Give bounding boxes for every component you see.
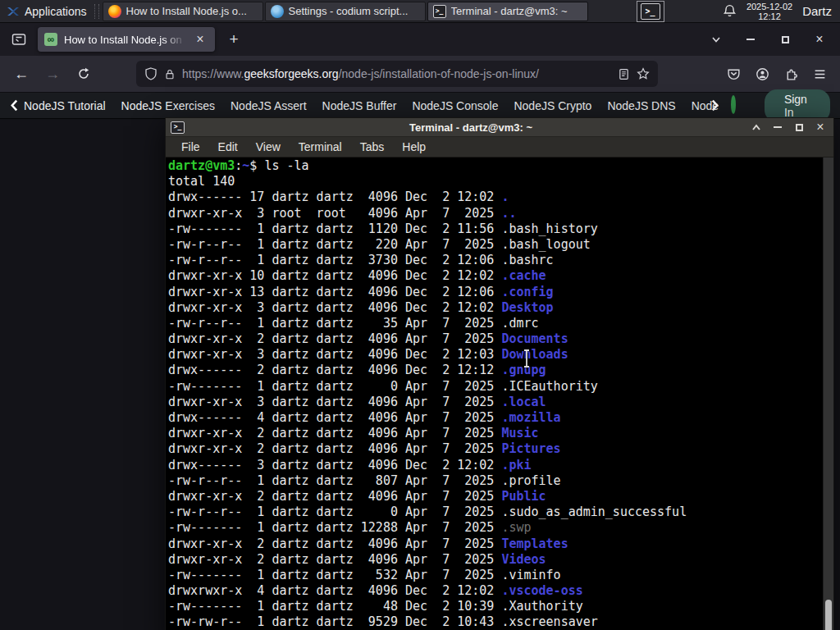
firefox-view-button[interactable]: [7, 28, 31, 51]
terminal-viewport[interactable]: dartz@vm3:~$ ls -latotal 140drwx------ 1…: [166, 158, 833, 630]
forward-button[interactable]: →: [39, 61, 66, 87]
terminal-scrollbar[interactable]: [823, 158, 833, 630]
terminal-window-controls: ×: [750, 121, 829, 134]
prompt-command: $ ls -la: [249, 158, 308, 173]
firefox-icon: [108, 5, 121, 18]
chevron-up-icon: [751, 123, 761, 131]
maximize-icon: [782, 36, 789, 43]
site-nav-item[interactable]: NodeJS Console: [412, 99, 498, 112]
firefox-view-icon: [11, 33, 26, 46]
reader-mode-icon[interactable]: [618, 68, 630, 80]
nav-scroll-right-button[interactable]: [710, 99, 719, 112]
scrollbar-thumb[interactable]: [825, 600, 832, 630]
file-name: .viminfo: [501, 568, 560, 582]
terminal-line: drwx------ 2 dartz dartz 4096 Dec 2 12:1…: [168, 363, 833, 378]
prompt-cwd: ~: [242, 158, 249, 173]
site-nav-item[interactable]: NodeJS Exercises: [121, 99, 215, 112]
terminal-titlebar[interactable]: Terminal - dartz@vm3: ~ ×: [166, 118, 833, 137]
menu-view[interactable]: View: [247, 137, 290, 157]
nav-scroll-left-button[interactable]: [10, 99, 19, 112]
terminal-line: drwxrwxr-x 4 dartz dartz 4096 Dec 2 12:0…: [168, 583, 833, 599]
terminal-prompt-line: dartz@vm3:~$ ls -la: [168, 158, 833, 174]
menu-edit[interactable]: Edit: [209, 137, 247, 157]
dir-name: Templates: [501, 536, 568, 551]
site-search-button[interactable]: [731, 98, 743, 114]
file-name: .swp: [501, 520, 531, 535]
url-text[interactable]: https://www.geeksforgeeks.org/node-js/in…: [182, 67, 611, 80]
file-meta: -rw------- 1 dartz dartz 1120 Dec 2 11:5…: [168, 221, 501, 236]
file-meta: -rw-r--r-- 1 dartz dartz 0 Apr 7 2025: [168, 504, 501, 519]
tab-close-button[interactable]: ×: [192, 31, 208, 48]
minimize-icon: [774, 126, 782, 128]
pocket-button[interactable]: [721, 62, 746, 86]
terminal-icon: [433, 5, 446, 18]
browser-tab[interactable]: How to Install Node.js on ×: [38, 27, 215, 52]
task-button-terminal[interactable]: Terminal - dartz@vm3: ~: [427, 2, 588, 21]
menu-terminal[interactable]: Terminal: [290, 137, 351, 157]
dir-name: .config: [501, 285, 553, 299]
file-name: .dmrc: [501, 316, 538, 331]
system-tray: 2025-12-02 12:12 Dartz: [723, 2, 840, 21]
terminal-line: -rw------- 1 dartz dartz 12288 Apr 7 202…: [168, 520, 833, 536]
new-tab-button[interactable]: +: [221, 28, 246, 51]
terminal-minimize-button[interactable]: [771, 121, 784, 134]
dir-name: Public: [501, 489, 546, 504]
task-button-codium[interactable]: Settings - codium script...: [265, 2, 426, 21]
browser-close-button[interactable]: ×: [806, 28, 833, 51]
panel-clock[interactable]: 2025-12-02 12:12: [746, 2, 792, 21]
terminal-line: drwxr-xr-x 2 dartz dartz 4096 Apr 7 2025…: [168, 426, 833, 441]
file-meta: drwxr-xr-x 3 dartz dartz 4096 Apr 7 2025: [168, 395, 501, 409]
shield-icon[interactable]: [144, 67, 158, 80]
dir-name: .cache: [501, 268, 546, 283]
clock-time: 12:12: [758, 11, 781, 21]
terminal-total-line: total 140: [168, 174, 833, 189]
browser-maximize-button[interactable]: [771, 28, 799, 51]
terminal-shade-button[interactable]: [750, 121, 763, 134]
site-nav-item[interactable]: NodeJS Tutorial: [24, 99, 106, 112]
menu-file[interactable]: File: [172, 137, 209, 157]
puzzle-icon: [784, 67, 798, 81]
applications-menu-button[interactable]: Applications: [0, 0, 92, 22]
file-meta: -rw------- 1 dartz dartz 48 Dec 2 10:39: [168, 599, 501, 614]
chevron-down-icon: [710, 34, 722, 45]
applications-label: Applications: [25, 5, 87, 18]
browser-minimize-button[interactable]: [737, 28, 765, 51]
terminal-line: drwx------ 4 dartz dartz 4096 Apr 7 2025…: [168, 410, 833, 426]
terminal-maximize-button[interactable]: [792, 121, 806, 134]
dir-name: Pictures: [501, 441, 560, 456]
clock-date: 2025-12-02: [746, 2, 792, 11]
file-meta: drwxr-xr-x 3 root root 4096 Apr 7 2025: [168, 206, 501, 221]
site-nav-item[interactable]: NodeJS DNS: [607, 99, 675, 112]
site-nav-item[interactable]: NodeJS Assert: [231, 99, 307, 112]
terminal-line: -rw-rw-r-- 1 dartz dartz 9529 Dec 2 10:4…: [168, 614, 833, 630]
notification-bell-icon[interactable]: [723, 4, 737, 18]
terminal-close-button[interactable]: ×: [814, 121, 827, 134]
lock-icon[interactable]: [164, 68, 176, 80]
site-nav-item[interactable]: NodeJS Buffer: [322, 99, 397, 112]
back-button[interactable]: ←: [8, 61, 34, 87]
terminal-window: Terminal - dartz@vm3: ~ × FileEditViewTe…: [165, 117, 834, 630]
terminal-launcher-button[interactable]: [637, 1, 664, 22]
url-bar[interactable]: https://www.geeksforgeeks.org/node-js/in…: [136, 61, 658, 87]
applications-icon: [7, 5, 20, 18]
file-meta: drwxr-xr-x 2 dartz dartz 4096 Apr 7 2025: [168, 489, 501, 504]
task-button-firefox[interactable]: How to Install Node.js o...: [103, 2, 263, 21]
terminal-icon: [171, 121, 185, 134]
account-icon: [756, 67, 769, 81]
file-meta: -rw-r--r-- 1 dartz dartz 220 Apr 7 2025: [168, 237, 501, 252]
menu-help[interactable]: Help: [393, 137, 435, 157]
file-meta: drwxr-xr-x 2 dartz dartz 4096 Apr 7 2025: [168, 426, 501, 441]
list-all-tabs-button[interactable]: [702, 28, 730, 51]
extensions-button[interactable]: [778, 62, 803, 86]
task-title: Settings - codium script...: [289, 5, 409, 17]
bookmark-star-icon[interactable]: [637, 67, 650, 80]
site-nav-item[interactable]: NodeJS Crypto: [514, 99, 591, 112]
pocket-icon: [727, 67, 741, 81]
menu-tabs[interactable]: Tabs: [351, 137, 394, 157]
menu-button[interactable]: [807, 62, 832, 86]
reload-button[interactable]: [71, 61, 97, 87]
file-meta: -rw-r--r-- 1 dartz dartz 35 Apr 7 2025: [168, 316, 501, 331]
file-meta: -rw-r--r-- 1 dartz dartz 3730 Dec 2 12:0…: [168, 253, 501, 267]
account-button[interactable]: [750, 62, 774, 86]
task-title: Terminal - dartz@vm3: ~: [451, 5, 568, 17]
